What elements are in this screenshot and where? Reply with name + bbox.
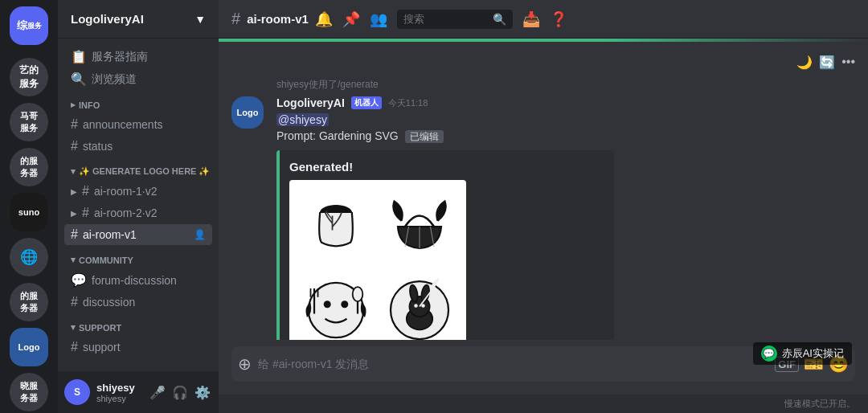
more-icon[interactable]: ••• [841, 55, 855, 70]
generated-card: Generated! [276, 150, 614, 340]
channel-name-airoom2: ai-room-2·v2 [94, 206, 158, 219]
server-icon-globe[interactable]: 🌐 [10, 238, 48, 276]
mention-user: @shiyesy [276, 113, 329, 126]
server-icon-logolivery[interactable]: Logo [10, 328, 48, 366]
messages-area: 🌙 🔄 ••• shiyesy使用了/generate Logo Logoliv… [219, 42, 868, 340]
section-header-info[interactable]: ▸ INFO [58, 96, 219, 113]
server-icon-5[interactable]: 的服务器 [10, 283, 48, 321]
browse-icon: 🔍 [71, 72, 87, 87]
add-icon[interactable]: ⊕ [238, 354, 252, 374]
message-header: LogoliveryAI 机器人 今天11:18 [276, 96, 855, 109]
channel-hash-icon: # [231, 10, 240, 28]
section-collapse-icon-4: ▾ [71, 322, 76, 333]
hash-icon-3: # [82, 184, 89, 198]
prompt-label: Prompt: [276, 129, 316, 142]
channel-item-airoom2[interactable]: ▶ # ai-room-2·v2 [64, 202, 212, 223]
channel-name-guide: 服务器指南 [92, 50, 148, 64]
logo-grid [289, 180, 466, 340]
bell-icon[interactable]: 🔔 [315, 10, 333, 28]
microphone-icon[interactable]: 🎤 [148, 383, 167, 402]
message-timestamp: 今天11:18 [388, 97, 428, 109]
channel-item-support[interactable]: # support [64, 337, 212, 358]
svg-point-21 [414, 305, 418, 309]
avatar: S [64, 379, 90, 405]
channel-item-status[interactable]: # status [64, 136, 212, 157]
logo-cell-1 [296, 186, 376, 267]
guide-icon: 📋 [71, 49, 87, 64]
svg-point-14 [353, 287, 363, 301]
username: shiyesy [96, 382, 141, 394]
channel-section-info: ▸ INFO # announcements # status [58, 96, 219, 157]
forum-icon: 💬 [71, 272, 87, 288]
message-content: LogoliveryAI 机器人 今天11:18 @shiyesy Prompt… [276, 96, 855, 340]
user-area: S shiyesy shiyesy 🎤 🎧 ⚙️ [58, 371, 219, 413]
settings-icon[interactable]: ⚙️ [193, 383, 212, 402]
channel-name-status: status [83, 140, 113, 153]
section-label-info: INFO [79, 100, 100, 110]
generated-title: Generated! [289, 160, 604, 174]
channel-section-nav: 📋 服务器指南 🔍 浏览频道 [58, 46, 219, 90]
server-icon-2[interactable]: 马哥服务 [10, 103, 48, 141]
prompt-value: Gardening SVG [319, 129, 399, 142]
chat-input[interactable] [258, 351, 768, 377]
server-name-bar[interactable]: LogoliveryAI ▼ [58, 0, 219, 39]
logo-cell-3 [296, 270, 376, 340]
server-icon-suno[interactable]: suno [10, 193, 48, 231]
channel-name-airoom1: ai-room-1·v2 [94, 185, 158, 198]
bottom-bar: 慢速模式已开启。 [219, 395, 868, 413]
section-header-support[interactable]: ▾ SUPPORT [58, 319, 219, 336]
channel-item-browse[interactable]: 🔍 浏览频道 [64, 68, 212, 90]
channel-item-airoom-v1[interactable]: # ai-room-v1 👤 [64, 224, 212, 245]
channel-name-discussion: discussion [83, 296, 135, 309]
channel-header-name: ai-room-v1 [247, 12, 309, 26]
pin-icon[interactable]: 📌 [342, 10, 360, 28]
section-label-community: COMMUNITY [79, 256, 133, 265]
section-label-generate: ✨ GENERATE LOGO HERE ✨ [79, 166, 210, 177]
server-icon-3[interactable]: 的服务器 [10, 148, 48, 186]
channel-item-discussion[interactable]: # discussion [64, 292, 212, 313]
channel-name-browse: 浏览频道 [92, 72, 137, 87]
channel-name-forum: forum-discussion [92, 274, 177, 287]
watermark-text: 赤辰AI实操记 [782, 346, 844, 361]
server-icon-home[interactable]: 综服务 [10, 6, 48, 45]
channel-section-support: ▾ SUPPORT # support [58, 319, 219, 358]
user-controls: 🎤 🎧 ⚙️ [148, 383, 212, 402]
channel-list: 📋 服务器指南 🔍 浏览频道 ▸ INFO # announcements # … [58, 39, 219, 371]
channel-section-community: ▾ COMMUNITY 💬 forum-discussion # discuss… [58, 251, 219, 313]
hash-icon-4: # [82, 206, 89, 220]
channel-section-generate: ▾ ✨ GENERATE LOGO HERE ✨ ▶ # ai-room-1·v… [58, 163, 219, 245]
svg-point-8 [341, 301, 348, 308]
refresh-icon[interactable]: 🔄 [819, 55, 835, 70]
server-icon-1[interactable]: 艺的服务 [10, 58, 48, 96]
members-icon[interactable]: 👥 [370, 10, 387, 28]
help-icon[interactable]: ❓ [550, 10, 567, 28]
channel-name-airoom-v1: ai-room-v1 [83, 228, 137, 241]
logo-cell-2 [379, 186, 460, 267]
search-box[interactable]: 🔍 [397, 10, 513, 29]
slow-mode-text: 慢速模式已开启。 [784, 398, 855, 410]
section-collapse-icon: ▸ [71, 100, 76, 110]
hash-icon: # [71, 117, 78, 132]
bot-avatar: Logo [231, 96, 264, 129]
server-icon-7[interactable]: 晓服务器 [10, 373, 48, 411]
channel-item-guide[interactable]: 📋 服务器指南 [64, 46, 212, 67]
section-header-community[interactable]: ▾ COMMUNITY [58, 251, 219, 268]
search-input[interactable] [403, 13, 489, 25]
hash-icon-7: # [71, 340, 78, 354]
channel-item-airoom1[interactable]: ▶ # ai-room-1·v2 [64, 181, 212, 202]
inbox-icon[interactable]: 📥 [522, 10, 540, 28]
message-group: Logo LogoliveryAI 机器人 今天11:18 @shiyesy P… [219, 93, 868, 340]
channel-name-announcements: announcements [83, 118, 163, 131]
channel-item-forum[interactable]: 💬 forum-discussion [64, 269, 212, 291]
moon-icon[interactable]: 🌙 [796, 55, 813, 70]
wechat-icon: 💬 [761, 346, 777, 362]
headphones-icon[interactable]: 🎧 [170, 383, 190, 402]
user-in-channel-icon: 👤 [194, 229, 206, 240]
message-author: LogoliveryAI [276, 96, 345, 109]
bot-tag: 机器人 [351, 96, 382, 109]
channel-item-announcements[interactable]: # announcements [64, 114, 212, 135]
watermark: 💬 赤辰AI实操记 [753, 342, 852, 365]
section-label-support: SUPPORT [79, 323, 121, 333]
section-header-generate[interactable]: ▾ ✨ GENERATE LOGO HERE ✨ [58, 163, 219, 180]
collapse-arrow-icon-2: ▶ [71, 209, 77, 218]
